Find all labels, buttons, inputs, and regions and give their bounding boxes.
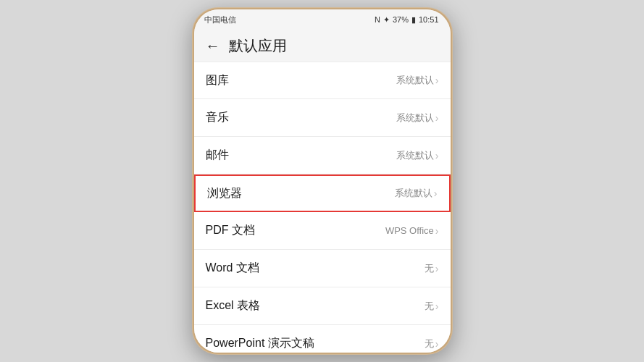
- phone-screen: 中国电信 N ✦ 37% ▮ 10:51 ← 默认应用 图库 系统默认 ›: [194, 9, 451, 353]
- music-value: 系统默认: [396, 111, 434, 125]
- menu-item-word[interactable]: Word 文档 无 ›: [194, 250, 451, 287]
- carrier-text: 中国电信: [204, 14, 237, 25]
- battery-text: 37%: [393, 15, 409, 24]
- time-text: 10:51: [419, 15, 439, 24]
- menu-item-pdf[interactable]: PDF 文档 WPS Office ›: [194, 212, 451, 250]
- phone-device: 中国电信 N ✦ 37% ▮ 10:51 ← 默认应用 图库 系统默认 ›: [192, 7, 453, 355]
- powerpoint-value-area: 无 ›: [425, 337, 439, 350]
- menu-item-music[interactable]: 音乐 系统默认 ›: [194, 99, 451, 137]
- excel-value: 无: [425, 300, 434, 313]
- menu-list: 图库 系统默认 › 音乐 系统默认 › 邮件 系统默认 ›: [194, 62, 451, 353]
- browser-chevron: ›: [434, 188, 438, 199]
- mail-value: 系统默认: [396, 149, 434, 162]
- pdf-value-area: WPS Office ›: [385, 225, 439, 237]
- word-value-area: 无 ›: [425, 262, 439, 275]
- mail-chevron: ›: [435, 150, 439, 161]
- gallery-value-area: 系统默认 ›: [396, 74, 439, 87]
- battery-icon: ▮: [411, 15, 416, 25]
- menu-item-powerpoint[interactable]: PowerPoint 演示文稿 无 ›: [194, 325, 451, 353]
- menu-item-browser[interactable]: 浏览器 系统默认 ›: [194, 174, 451, 212]
- menu-item-mail[interactable]: 邮件 系统默认 ›: [194, 137, 451, 174]
- powerpoint-value: 无: [425, 337, 434, 350]
- excel-chevron: ›: [435, 300, 439, 312]
- pdf-value: WPS Office: [385, 225, 434, 236]
- bluetooth-icon: ✦: [383, 15, 390, 25]
- browser-value: 系统默认: [395, 187, 432, 200]
- pdf-label: PDF 文档: [206, 223, 255, 238]
- status-bar: 中国电信 N ✦ 37% ▮ 10:51: [194, 9, 451, 30]
- gallery-chevron: ›: [435, 75, 439, 86]
- excel-value-area: 无 ›: [425, 300, 439, 313]
- browser-label: 浏览器: [207, 186, 242, 201]
- page-title: 默认应用: [229, 36, 287, 56]
- page-header: ← 默认应用: [194, 30, 451, 62]
- excel-label: Excel 表格: [206, 298, 261, 313]
- pdf-chevron: ›: [435, 225, 439, 237]
- gallery-label: 图库: [206, 73, 229, 88]
- status-right-area: N ✦ 37% ▮ 10:51: [375, 15, 439, 25]
- mail-label: 邮件: [206, 148, 229, 163]
- word-label: Word 文档: [206, 261, 259, 276]
- word-value: 无: [425, 262, 434, 275]
- menu-item-gallery[interactable]: 图库 系统默认 ›: [194, 62, 451, 99]
- gallery-value: 系统默认: [396, 74, 434, 87]
- word-chevron: ›: [435, 263, 439, 274]
- music-label: 音乐: [206, 110, 229, 125]
- powerpoint-label: PowerPoint 演示文稿: [206, 336, 314, 351]
- mail-value-area: 系统默认 ›: [396, 149, 439, 162]
- music-chevron: ›: [435, 112, 439, 124]
- powerpoint-chevron: ›: [435, 338, 439, 350]
- back-button[interactable]: ←: [206, 38, 220, 54]
- browser-value-area: 系统默认 ›: [395, 187, 438, 200]
- menu-item-excel[interactable]: Excel 表格 无 ›: [194, 287, 451, 325]
- music-value-area: 系统默认 ›: [396, 111, 439, 125]
- nfc-icon: N: [375, 15, 380, 24]
